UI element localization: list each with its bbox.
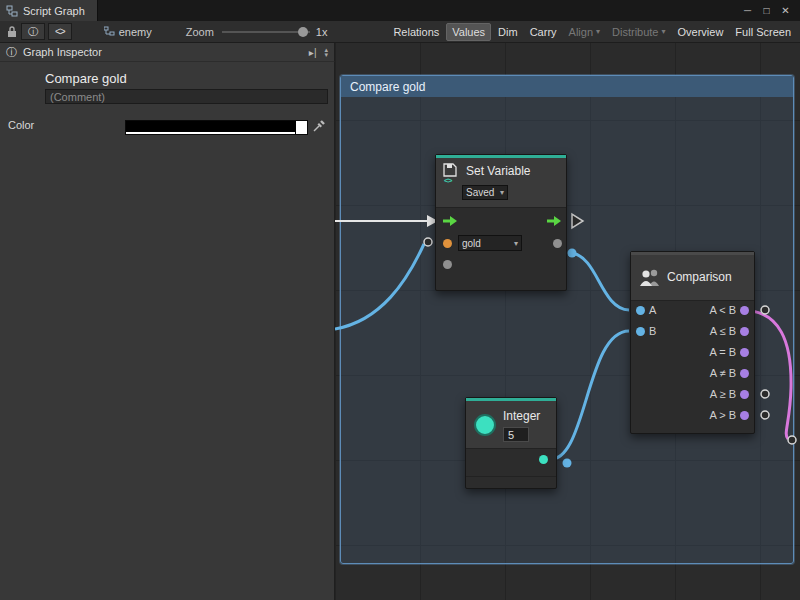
chevron-down-icon: ▾ (596, 27, 600, 36)
output-label: A > B (709, 409, 736, 421)
relations-button[interactable]: Relations (388, 23, 444, 41)
output-label: A < B (709, 304, 736, 316)
graph-inspector-panel: Compare gold Color (0, 62, 335, 600)
port-set-variable-value-input[interactable] (424, 238, 432, 246)
comparison-output-greater-port[interactable] (740, 411, 749, 420)
comparison-people-icon (639, 269, 663, 286)
wire-set-variable-to-comparison-a[interactable] (572, 253, 629, 310)
wire-knob-set-variable-output[interactable] (568, 249, 577, 258)
output-label: A ≠ B (710, 367, 736, 379)
variable-code-badge-icon: <> (444, 176, 451, 185)
dim-button[interactable]: Dim (493, 23, 523, 41)
color-swatch[interactable] (125, 120, 308, 135)
comparison-input-b-port[interactable] (636, 327, 645, 336)
toolbar-buttons: Relations Values Dim Carry Align▾ Distri… (386, 23, 796, 41)
pin-panel-icon[interactable]: ▸| (309, 47, 317, 58)
variable-name-dropdown[interactable]: gold ▾ (458, 235, 522, 251)
integer-header[interactable]: Integer 5 (466, 401, 556, 449)
zoom-label: Zoom (186, 26, 214, 38)
lock-icon[interactable] (6, 25, 18, 38)
graph-inspector-header: ⓘ Graph Inspector ▸| ▴ ▾ (0, 43, 335, 62)
title-bar: Script Graph ─ □ ✕ (0, 0, 800, 21)
port-right-greater[interactable] (761, 411, 769, 419)
set-variable-header[interactable]: <> Set Variable Saved ▾ (436, 158, 566, 208)
color-swatch-highlight (296, 121, 307, 134)
node-title: Comparison (667, 270, 732, 284)
distribute-button[interactable]: Distribute▾ (607, 23, 670, 41)
value-output-port[interactable] (553, 239, 562, 248)
minimize-button[interactable]: ─ (738, 2, 757, 19)
info-icon: ⓘ (6, 45, 17, 60)
panel-scroll-arrows[interactable]: ▴ ▾ (324, 47, 328, 57)
comparison-header[interactable]: Comparison (631, 255, 754, 301)
overview-button[interactable]: Overview (673, 23, 729, 41)
graph-asset-icon (104, 26, 115, 37)
node-comparison[interactable]: Comparison A A < B B A ≤ B A = B A ≠ B (630, 251, 755, 434)
wire-integer-to-comparison-b[interactable] (547, 331, 629, 459)
comment-input[interactable] (45, 89, 328, 104)
inspector-toggle-button[interactable]: ⓘ (21, 23, 45, 40)
wire-knob-integer-output[interactable] (563, 459, 572, 468)
zoom-slider-track (222, 31, 310, 33)
align-button[interactable]: Align▾ (564, 23, 605, 41)
code-view-button[interactable]: <> (48, 23, 72, 40)
integer-output-port[interactable] (539, 455, 548, 464)
wire-into-set-variable-value[interactable] (335, 244, 424, 329)
output-label: A ≥ B (710, 388, 736, 400)
variable-scope-dropdown[interactable]: Saved ▾ (462, 185, 508, 200)
window-controls: ─ □ ✕ (738, 0, 800, 21)
eyedropper-icon[interactable] (312, 119, 326, 133)
comparison-output-less-port[interactable] (740, 306, 749, 315)
full-screen-button[interactable]: Full Screen (730, 23, 796, 41)
input-a-label: A (649, 304, 656, 316)
output-label: A ≤ B (710, 325, 736, 337)
comparison-output-greater-equal-port[interactable] (740, 390, 749, 399)
save-variable-icon: <> (442, 162, 460, 182)
comparison-output-less-equal-port[interactable] (740, 327, 749, 336)
graph-name-chip[interactable]: enemy (104, 26, 152, 38)
comparison-output-equal-port[interactable] (740, 348, 749, 357)
zoom-slider-handle[interactable] (298, 27, 308, 37)
node-title: Set Variable (466, 164, 530, 178)
tab-script-graph[interactable]: Script Graph (0, 0, 98, 21)
integer-value-field[interactable]: 5 (503, 427, 529, 442)
port-flow-output-triangle[interactable] (572, 214, 583, 228)
graph-inspector-title: Graph Inspector (23, 46, 102, 58)
maximize-button[interactable]: □ (757, 2, 776, 19)
output-label: A = B (709, 346, 736, 358)
flow-in-arrow-icon[interactable] (442, 215, 458, 227)
graph-name: enemy (119, 26, 152, 38)
comparison-input-a-port[interactable] (636, 306, 645, 315)
color-field-label: Color (8, 119, 34, 131)
port-right-less[interactable] (761, 306, 769, 314)
alpha-bar (126, 132, 295, 134)
inspected-graph-title: Compare gold (45, 71, 127, 86)
code-icon: <> (55, 26, 65, 37)
node-set-variable[interactable]: <> Set Variable Saved ▾ gold ▾ (435, 154, 567, 291)
integer-literal-icon (474, 414, 496, 436)
chevron-down-icon: ▾ (514, 239, 518, 248)
node-footer-divider (466, 476, 556, 477)
close-button[interactable]: ✕ (776, 2, 795, 19)
graph-toolbar: ⓘ <> enemy Zoom 1x Relations Values Dim … (0, 21, 800, 43)
variable-name-port[interactable] (443, 239, 452, 248)
values-button[interactable]: Values (446, 23, 491, 41)
chevron-down-icon: ▾ (662, 27, 666, 36)
graph-canvas[interactable]: Compare gold (335, 43, 800, 600)
comparison-output-not-equal-port[interactable] (740, 369, 749, 378)
chevron-down-icon: ▾ (500, 188, 504, 197)
port-wire-end[interactable] (788, 436, 796, 444)
script-graph-icon (6, 5, 18, 17)
tab-title: Script Graph (23, 5, 85, 17)
zoom-value: 1x (316, 26, 328, 38)
node-title: Integer (503, 409, 540, 423)
info-icon: ⓘ (28, 25, 38, 39)
value-input-port[interactable] (443, 260, 452, 269)
flow-out-arrow-icon[interactable] (546, 215, 562, 227)
node-integer[interactable]: Integer 5 (465, 397, 557, 489)
zoom-slider[interactable] (222, 25, 310, 39)
input-b-label: B (649, 325, 656, 337)
carry-button[interactable]: Carry (525, 23, 562, 41)
port-right-greater-equal[interactable] (761, 390, 769, 398)
unity-window: Script Graph ─ □ ✕ ⓘ <> enemy Zoom (0, 0, 800, 600)
